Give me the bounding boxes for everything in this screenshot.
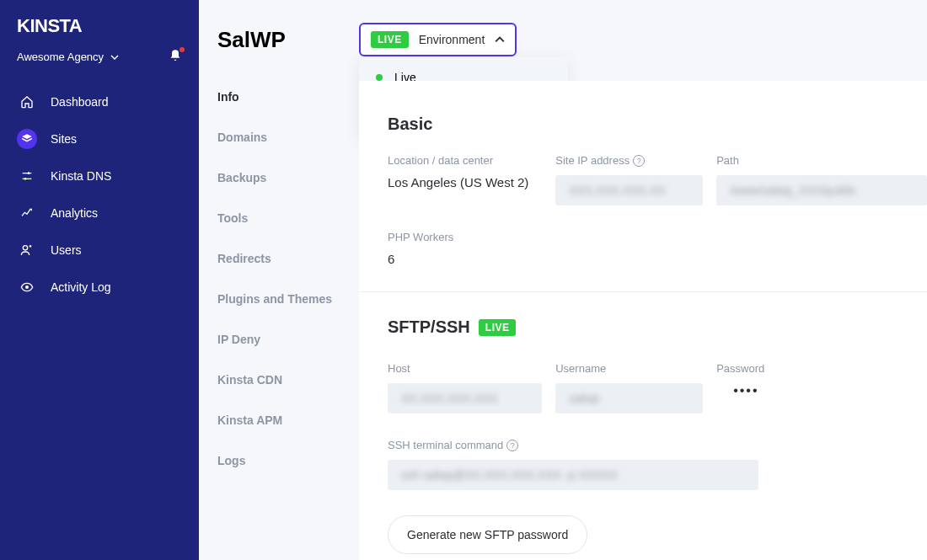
agency-dropdown[interactable]: Awesome Agency — [17, 51, 119, 63]
subnav-info[interactable]: Info — [217, 90, 340, 104]
svg-point-1 — [24, 178, 27, 180]
site-subnav: SalWP Info Domains Backups Tools Redirec… — [199, 0, 359, 560]
nav-label: Kinsta DNS — [51, 169, 111, 183]
logo: KINSTA — [0, 15, 199, 49]
svg-point-0 — [28, 172, 30, 174]
ssh-label: SSH terminal command? — [388, 439, 758, 451]
nav-users[interactable]: Users — [0, 232, 199, 269]
ssh-value: ssh salwp@XX.XXX.XXX.XXX -p XXXXX — [388, 460, 758, 490]
chevron-down-icon — [110, 53, 119, 61]
nav-label: Dashboard — [51, 95, 109, 109]
nav-analytics[interactable]: Analytics — [0, 195, 199, 232]
nav-label: Sites — [51, 132, 77, 146]
host-label: Host — [388, 362, 542, 375]
nav-label: Users — [51, 243, 82, 257]
subnav-cdn[interactable]: Kinsta CDN — [217, 373, 340, 387]
subnav-backups[interactable]: Backups — [217, 171, 340, 184]
location-label: Location / data center — [388, 154, 542, 167]
svg-point-2 — [23, 246, 27, 250]
agency-name: Awesome Agency — [17, 51, 104, 63]
nav-sites[interactable]: Sites — [0, 120, 199, 157]
nav-label: Analytics — [51, 206, 98, 220]
nav-label: Activity Log — [51, 280, 111, 294]
eye-icon — [17, 277, 37, 297]
php-workers-value: 6 — [388, 252, 453, 266]
php-workers-label: PHP Workers — [388, 231, 453, 243]
host-value: XX.XXX.XXX.XXX — [388, 383, 542, 413]
subnav-logs[interactable]: Logs — [217, 454, 340, 467]
generate-sftp-password-button[interactable]: Generate new SFTP password — [388, 515, 587, 554]
help-icon[interactable]: ? — [633, 155, 645, 167]
subnav-domains[interactable]: Domains — [217, 131, 340, 144]
nav-dashboard[interactable]: Dashboard — [0, 83, 199, 120]
sftp-live-badge: LIVE — [479, 319, 517, 336]
subnav-tools[interactable]: Tools — [217, 211, 340, 225]
password-value: •••• — [716, 383, 927, 398]
site-title: SalWP — [217, 27, 340, 53]
password-label: Password — [716, 362, 927, 375]
chart-icon — [17, 203, 37, 223]
username-label: Username — [555, 362, 703, 375]
subnav-apm[interactable]: Kinsta APM — [217, 413, 340, 427]
username-value: salwp — [555, 383, 703, 413]
header-area: LIVE Environment Live Staging — [359, 0, 927, 81]
basic-section-title: Basic — [388, 115, 927, 134]
nav-dns[interactable]: Kinsta DNS — [0, 157, 199, 195]
ip-value: XXX.XXX.XXX.XX — [555, 175, 703, 205]
env-live-badge: LIVE — [371, 31, 409, 48]
chevron-up-icon — [495, 35, 505, 45]
svg-point-3 — [25, 285, 29, 289]
sidebar: KINSTA Awesome Agency Dashboard Sites Ki… — [0, 0, 199, 560]
users-icon — [17, 240, 37, 260]
nav-activity[interactable]: Activity Log — [0, 269, 199, 306]
status-dot-live — [376, 74, 383, 81]
path-value: /www/salwp_XXX/public — [716, 175, 927, 205]
notification-dot — [180, 47, 185, 52]
subnav-plugins[interactable]: Plugins and Themes — [217, 292, 340, 306]
ip-label: Site IP address? — [555, 154, 703, 167]
layers-icon — [17, 129, 37, 149]
subnav-redirects[interactable]: Redirects — [217, 252, 340, 265]
main-content: Basic Location / data center Los Angeles… — [359, 81, 927, 560]
notifications-button[interactable] — [169, 49, 182, 65]
path-label: Path — [716, 154, 927, 167]
home-icon — [17, 92, 37, 112]
help-icon[interactable]: ? — [506, 440, 518, 451]
environment-select[interactable]: LIVE Environment — [359, 23, 517, 56]
section-divider — [359, 291, 927, 292]
location-value: Los Angeles (US West 2) — [388, 175, 542, 189]
sftp-section-title: SFTP/SSH — [388, 317, 470, 337]
env-select-label: Environment — [419, 33, 485, 46]
subnav-ipdeny[interactable]: IP Deny — [217, 333, 340, 346]
sliders-icon — [17, 166, 37, 186]
